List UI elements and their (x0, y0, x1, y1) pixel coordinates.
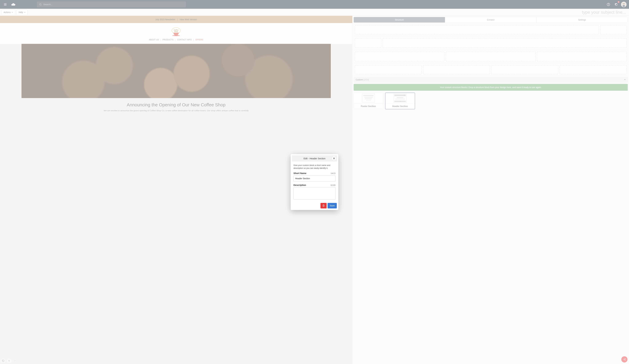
redo-icon (12, 359, 17, 363)
custom-label: Custom (356, 79, 363, 81)
modal-header: Edit - Header Section (292, 155, 337, 162)
help-icon[interactable] (606, 2, 611, 7)
chevron-down-icon (24, 11, 25, 13)
exit-fab[interactable] (621, 356, 628, 363)
subject-line-placeholder[interactable]: type your subject line... (582, 10, 628, 15)
structure-cell[interactable] (383, 38, 627, 48)
structure-row-4 (354, 64, 628, 75)
messages-badge: 0 (618, 1, 620, 3)
svg-point-3 (39, 3, 41, 5)
separator: | (177, 18, 178, 21)
custom-section-toggle[interactable]: Custom [2/20] (354, 77, 628, 83)
close-icon[interactable] (332, 156, 336, 161)
search-input[interactable] (43, 3, 184, 6)
short-name-input[interactable] (294, 176, 335, 182)
history-controls (1, 359, 17, 363)
structure-cell[interactable] (355, 52, 445, 61)
structure-row-3 (354, 51, 628, 63)
structure-cell[interactable] (355, 65, 422, 74)
short-name-label: Short Name (294, 172, 306, 175)
nav-about[interactable]: ABOUT US (149, 39, 159, 41)
structure-cell[interactable] (600, 25, 627, 34)
delete-button[interactable] (320, 203, 327, 208)
newsletter-bar: July 2023 Newsletter | View Web Version (0, 16, 352, 23)
chevron-up-icon (624, 79, 626, 81)
save-button[interactable]: Save (327, 203, 337, 208)
messages-icon[interactable]: 0 (613, 2, 619, 7)
svg-line-4 (41, 5, 41, 5)
description-input[interactable] (294, 187, 335, 199)
help-label: Help (18, 11, 23, 13)
view-web-link[interactable]: View Web Version (180, 18, 197, 21)
menu-icon[interactable] (2, 2, 8, 7)
modal-title: Edit - Header Section (304, 157, 325, 160)
nav-row: ABOUT US | PRODUCTS | CONTACT INFO | OFF… (0, 39, 352, 43)
structure-row-1 (354, 24, 628, 35)
actions-label: Actions (3, 11, 10, 13)
structure-cell[interactable] (355, 38, 381, 48)
body-text: We are excited to announce the grand ope… (0, 109, 352, 112)
structure-cell[interactable] (491, 65, 558, 74)
chevron-down-icon (11, 11, 13, 13)
restore-icon[interactable] (1, 359, 5, 363)
custom-count: [2/20] (364, 79, 369, 81)
logo-icon: CoffeeShop (170, 26, 182, 37)
custom-block-header[interactable]: Header Section (385, 93, 415, 109)
nav-contact[interactable]: CONTACT INFO (177, 39, 192, 41)
tab-structure[interactable]: Structure (354, 17, 445, 22)
toolbar: Actions Help type your subject line... (0, 9, 629, 16)
avatar[interactable] (621, 2, 627, 7)
edit-block-modal: Edit - Header Section Give your custom b… (291, 154, 338, 210)
side-pane: Structure Content Settings (352, 16, 629, 364)
custom-hint: Your custom structure blocks: Drop a str… (354, 84, 628, 91)
structure-row-2 (354, 37, 628, 49)
structure-cell[interactable] (537, 52, 627, 61)
tabs: Structure Content Settings (354, 17, 628, 22)
hero-image (21, 44, 331, 98)
description-count: 0/100 (330, 184, 335, 186)
custom-block-footer-label: Footer Section (354, 103, 383, 109)
topbar: 0 (0, 0, 629, 9)
custom-block-footer[interactable]: Footer Section (354, 93, 383, 109)
trash-icon (322, 204, 325, 207)
search-icon (39, 3, 42, 6)
logo-area: CoffeeShop ABOUT US | PRODUCTS | CONTACT… (0, 23, 352, 44)
structure-cell[interactable] (560, 65, 627, 74)
structure-cell[interactable] (446, 52, 536, 61)
undo-icon[interactable] (7, 359, 11, 363)
tab-settings[interactable]: Settings (536, 17, 628, 22)
actions-dropdown[interactable]: Actions (1, 9, 15, 15)
short-name-count: 14/15 (330, 172, 335, 175)
structure-cell[interactable] (423, 65, 490, 74)
help-dropdown[interactable]: Help (16, 9, 27, 15)
structure-cell[interactable] (355, 25, 599, 34)
description-label: Description (294, 184, 306, 186)
newsletter-label: July 2023 Newsletter (155, 18, 175, 21)
tab-content[interactable]: Content (445, 17, 536, 22)
cloud-icon[interactable] (10, 2, 16, 7)
svg-rect-9 (623, 5, 625, 7)
modal-description: Give your custom block a short name and … (294, 164, 335, 170)
nav-products[interactable]: PRODUCTS (162, 39, 173, 41)
custom-block-header-label: Header Section (385, 103, 415, 109)
headline: Announcing the Opening of Our New Coffee… (0, 98, 352, 109)
custom-blocks: Footer Section Header Section (354, 93, 628, 109)
nav-offers[interactable]: OFFERS (195, 39, 203, 41)
search-box (37, 1, 186, 7)
